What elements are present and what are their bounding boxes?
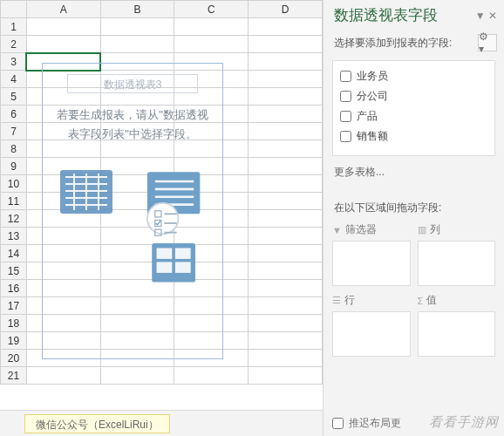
- cell[interactable]: [249, 193, 323, 210]
- pivot-placeholder-illustration: [43, 156, 222, 304]
- svg-rect-24: [156, 262, 172, 272]
- col-header-A[interactable]: A: [26, 1, 100, 18]
- area-columns-label: 列: [430, 222, 440, 237]
- cell[interactable]: [100, 367, 174, 385]
- drop-areas: ▼筛选器 ▥列 ☰行 Σ值: [324, 221, 504, 357]
- row-header[interactable]: 16: [1, 280, 27, 297]
- field-item[interactable]: 销售额: [338, 126, 489, 146]
- cell[interactable]: [249, 367, 323, 385]
- cell[interactable]: [249, 210, 323, 228]
- row-header[interactable]: 17: [1, 297, 27, 315]
- row-header[interactable]: 18: [1, 315, 27, 332]
- pivot-placeholder[interactable]: 数据透视表3 若要生成报表，请从"数据透视表字段列表"中选择字段。: [42, 63, 223, 359]
- field-checkbox[interactable]: [340, 71, 351, 82]
- row-header[interactable]: 4: [1, 71, 27, 88]
- field-list: 业务员 分公司 产品 销售额: [332, 60, 495, 156]
- cell[interactable]: [26, 367, 100, 385]
- area-filter-label: 筛选器: [345, 222, 377, 237]
- row-header[interactable]: 15: [1, 262, 27, 280]
- more-tables-link[interactable]: 更多表格...: [324, 156, 504, 194]
- gear-icon[interactable]: ⚙ ▾: [478, 34, 497, 51]
- cell[interactable]: [249, 53, 323, 71]
- row-header[interactable]: 19: [1, 332, 27, 350]
- field-item[interactable]: 分公司: [338, 86, 489, 106]
- sheet-tabs: 微信公众号（ExcelLiRui）: [0, 410, 323, 436]
- areas-label: 在以下区域间拖动字段:: [324, 194, 504, 221]
- field-label: 分公司: [357, 89, 388, 104]
- cell[interactable]: [249, 315, 323, 332]
- row-header[interactable]: 8: [1, 140, 27, 158]
- field-checkbox[interactable]: [340, 131, 351, 142]
- cell[interactable]: [249, 158, 323, 175]
- cell[interactable]: [249, 123, 323, 140]
- close-icon[interactable]: ▼ ✕: [475, 10, 497, 22]
- pivot-placeholder-message: 若要生成报表，请从"数据透视表字段列表"中选择字段。: [43, 106, 222, 156]
- row-header[interactable]: 5: [1, 88, 27, 106]
- col-header-C[interactable]: C: [174, 1, 249, 18]
- row-header[interactable]: 14: [1, 245, 27, 262]
- cell[interactable]: [26, 18, 100, 36]
- cell[interactable]: [174, 367, 249, 385]
- field-label: 产品: [357, 109, 378, 124]
- cell[interactable]: [249, 140, 323, 158]
- area-columns-dropzone[interactable]: [418, 241, 496, 286]
- col-header-B[interactable]: B: [100, 1, 174, 18]
- cell[interactable]: [100, 36, 174, 53]
- row-header[interactable]: 6: [1, 106, 27, 123]
- select-all-corner[interactable]: [1, 1, 27, 18]
- cell[interactable]: [249, 175, 323, 193]
- defer-layout-checkbox[interactable]: [332, 418, 344, 429]
- cell[interactable]: [174, 18, 249, 36]
- cell[interactable]: [249, 332, 323, 350]
- defer-layout-row[interactable]: 推迟布局更: [332, 416, 495, 431]
- cell[interactable]: [249, 106, 323, 123]
- area-columns[interactable]: ▥列: [418, 221, 496, 286]
- cell[interactable]: [174, 36, 249, 53]
- cell[interactable]: [249, 280, 323, 297]
- rows-icon: ☰: [332, 295, 341, 306]
- area-rows-label: 行: [344, 293, 355, 308]
- columns-icon: ▥: [418, 224, 426, 235]
- row-header[interactable]: 20: [1, 350, 27, 367]
- area-rows[interactable]: ☰行: [332, 291, 411, 357]
- cell[interactable]: [249, 228, 323, 245]
- cell[interactable]: [249, 88, 323, 106]
- col-header-D[interactable]: D: [249, 1, 323, 18]
- row-header[interactable]: 13: [1, 228, 27, 245]
- cell[interactable]: [26, 36, 100, 53]
- cell[interactable]: [249, 245, 323, 262]
- cell[interactable]: [249, 350, 323, 367]
- area-rows-dropzone[interactable]: [332, 311, 411, 357]
- cell[interactable]: [249, 262, 323, 280]
- row-header[interactable]: 11: [1, 193, 27, 210]
- area-filter[interactable]: ▼筛选器: [332, 221, 411, 286]
- row-header[interactable]: 9: [1, 158, 27, 175]
- row-header[interactable]: 21: [1, 367, 27, 385]
- row-header[interactable]: 7: [1, 123, 27, 140]
- pane-subtitle: 选择要添加到报表的字段:: [334, 36, 452, 51]
- defer-layout-label: 推迟布局更: [349, 416, 401, 431]
- filter-icon: ▼: [332, 225, 342, 235]
- area-values-dropzone[interactable]: [418, 311, 496, 357]
- area-values-label: 值: [426, 293, 437, 308]
- area-values[interactable]: Σ值: [418, 291, 496, 357]
- pivot-field-pane: 数据透视表字段 ▼ ✕ 选择要添加到报表的字段: ⚙ ▾ 业务员 分公司 产品 …: [323, 0, 504, 436]
- row-header[interactable]: 1: [1, 18, 27, 36]
- row-header[interactable]: 3: [1, 53, 27, 71]
- field-checkbox[interactable]: [340, 91, 351, 102]
- svg-rect-23: [174, 248, 190, 258]
- cell[interactable]: [249, 18, 323, 36]
- sheet-tab-active[interactable]: 微信公众号（ExcelLiRui）: [24, 414, 170, 433]
- row-header[interactable]: 12: [1, 210, 27, 228]
- row-header[interactable]: 2: [1, 36, 27, 53]
- field-item[interactable]: 业务员: [338, 66, 489, 86]
- pivot-placeholder-title: 数据透视表3: [67, 74, 198, 93]
- row-header[interactable]: 10: [1, 175, 27, 193]
- field-item[interactable]: 产品: [338, 106, 489, 126]
- cell[interactable]: [249, 297, 323, 315]
- area-filter-dropzone[interactable]: [332, 241, 411, 286]
- cell[interactable]: [249, 36, 323, 53]
- cell[interactable]: [249, 71, 323, 88]
- field-checkbox[interactable]: [340, 111, 351, 122]
- cell[interactable]: [100, 18, 174, 36]
